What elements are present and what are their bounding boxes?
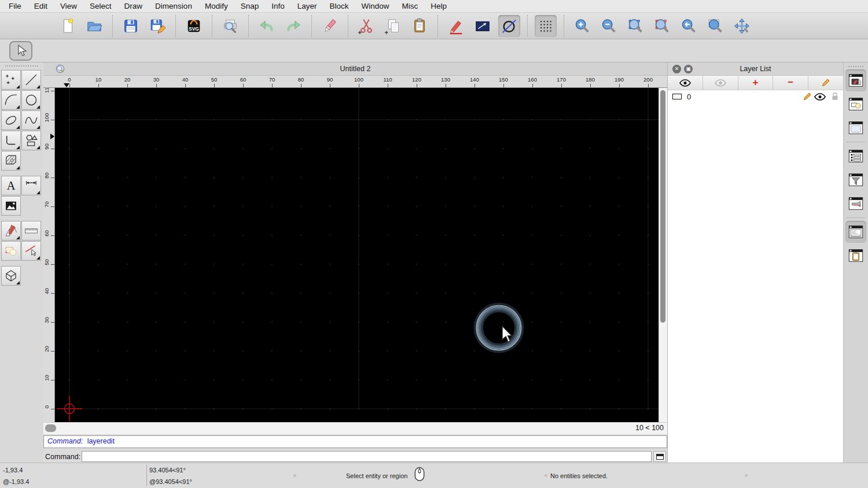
dock-library-browser-icon[interactable]: [845, 117, 866, 139]
layer-lock-icon[interactable]: [832, 92, 838, 102]
save-icon[interactable]: [120, 15, 142, 37]
circle-tool[interactable]: [21, 90, 41, 110]
menu-draw[interactable]: Draw: [118, 2, 149, 10]
image-tool[interactable]: [1, 196, 21, 216]
polyline-tool[interactable]: [1, 131, 21, 150]
paste-icon[interactable]: [409, 15, 431, 37]
dock-command-line-icon[interactable]: [845, 221, 866, 243]
zoom-window-icon[interactable]: [704, 15, 726, 37]
spline-tool[interactable]: [21, 110, 41, 130]
close-icon[interactable]: ✕: [672, 65, 681, 73]
grid-dot: [619, 264, 619, 264]
grid-dot: [416, 177, 417, 178]
menu-snap[interactable]: Snap: [234, 2, 266, 10]
select-tool-button[interactable]: [9, 41, 32, 61]
layer-row[interactable]: 0: [668, 90, 843, 103]
layer-list-title: Layer List: [740, 65, 771, 73]
save-as-icon[interactable]: [146, 15, 168, 37]
line-attributes-icon[interactable]: [472, 15, 494, 37]
dock-pen-wizard-icon[interactable]: [845, 193, 866, 215]
float-panel-icon[interactable]: ▣: [684, 65, 693, 73]
undo-icon[interactable]: [256, 15, 278, 37]
redo-icon[interactable]: [282, 15, 304, 37]
dock-selection-filter-icon[interactable]: [845, 169, 866, 191]
cut-icon[interactable]: [355, 15, 377, 37]
properties-tool[interactable]: [21, 241, 41, 261]
zoom-back-icon[interactable]: [678, 15, 700, 37]
vertical-scrollbar-thumb[interactable]: [660, 90, 665, 323]
horizontal-scrollbar[interactable]: 10 < 100: [43, 422, 667, 434]
grid-dot: [271, 350, 272, 351]
h-ruler-tick: [648, 84, 649, 87]
line-tool[interactable]: [21, 70, 41, 90]
layer-visibility-icon[interactable]: [814, 93, 826, 102]
dimension-tool[interactable]: [21, 176, 41, 195]
command-input[interactable]: [82, 451, 652, 462]
horizontal-scrollbar-thumb[interactable]: [45, 424, 56, 432]
explode-tool[interactable]: [1, 241, 21, 261]
zoom-in-icon[interactable]: [571, 15, 593, 37]
grid-dot: [445, 206, 446, 206]
modify-tool[interactable]: [1, 221, 21, 241]
hide-all-layers-icon[interactable]: [703, 76, 738, 90]
menu-view[interactable]: View: [54, 2, 83, 10]
zoom-previous-icon[interactable]: [651, 15, 673, 37]
edit-layer-icon[interactable]: [803, 92, 812, 103]
dock-drag-handle[interactable]: [848, 66, 863, 68]
menu-help[interactable]: Help: [424, 2, 453, 10]
dock-notepad-icon[interactable]: [845, 245, 866, 267]
menu-layer[interactable]: Layer: [291, 2, 323, 10]
dock-layer-list-icon[interactable]: [845, 69, 866, 91]
menu-window[interactable]: Window: [355, 2, 396, 10]
menu-dimension[interactable]: Dimension: [149, 2, 198, 10]
modify-layer-icon[interactable]: [808, 76, 843, 90]
zoom-pan-icon[interactable]: [731, 15, 753, 37]
vertical-scrollbar[interactable]: [659, 88, 667, 422]
zoom-auto-icon[interactable]: [624, 15, 646, 37]
snap-grid-icon[interactable]: [535, 15, 557, 37]
text-tool[interactable]: A: [1, 176, 21, 195]
menu-select[interactable]: Select: [83, 2, 118, 10]
draw-pen-icon[interactable]: [445, 15, 467, 37]
export-svg-icon[interactable]: SVG: [183, 15, 205, 37]
dock-block-list-icon[interactable]: [845, 93, 866, 115]
menu-info[interactable]: Info: [265, 2, 291, 10]
measure-tool[interactable]: [21, 221, 41, 241]
open-file-icon[interactable]: [83, 15, 105, 37]
show-all-layers-icon[interactable]: [668, 76, 703, 90]
solid3d-tool[interactable]: [1, 266, 21, 286]
menu-edit[interactable]: Edit: [28, 2, 54, 10]
add-layer-icon[interactable]: +: [738, 76, 774, 90]
h-ruler-label: 180: [582, 76, 599, 83]
command-detach-button[interactable]: [653, 451, 666, 462]
palette-drag-handle[interactable]: [5, 65, 38, 68]
menu-misc[interactable]: Misc: [396, 2, 425, 10]
grid-dot: [300, 350, 301, 351]
circle-line-icon[interactable]: [498, 15, 520, 37]
arc-tool[interactable]: [1, 90, 21, 110]
remove-entity-icon[interactable]: [319, 15, 341, 37]
copy-icon[interactable]: [382, 15, 404, 37]
polygon-tool[interactable]: [21, 131, 41, 150]
new-document-icon[interactable]: [57, 15, 79, 37]
v-ruler-label: 20: [43, 343, 50, 355]
print-preview-icon[interactable]: [219, 15, 241, 37]
ellipse-tool[interactable]: [1, 110, 21, 130]
points-tool[interactable]: [1, 70, 21, 90]
dock-entity-list-icon[interactable]: [845, 145, 866, 167]
v-ruler-label: 50: [43, 257, 50, 268]
hatch-tool[interactable]: [1, 151, 21, 171]
toolbar-separator: [348, 15, 348, 37]
action-hint: Select entity or region: [346, 472, 407, 479]
drawing-canvas[interactable]: [55, 88, 659, 422]
menu-block[interactable]: Block: [323, 2, 355, 10]
zoom-out-icon[interactable]: [598, 15, 620, 37]
grid-dot: [503, 379, 503, 380]
remove-layer-icon[interactable]: −: [773, 76, 808, 90]
grid-dot: [358, 177, 359, 178]
menu-file[interactable]: File: [2, 2, 28, 10]
menu-modify[interactable]: Modify: [198, 2, 234, 10]
grid-dot: [648, 264, 648, 264]
grid-dot: [300, 235, 301, 235]
grid-dot: [445, 148, 446, 149]
